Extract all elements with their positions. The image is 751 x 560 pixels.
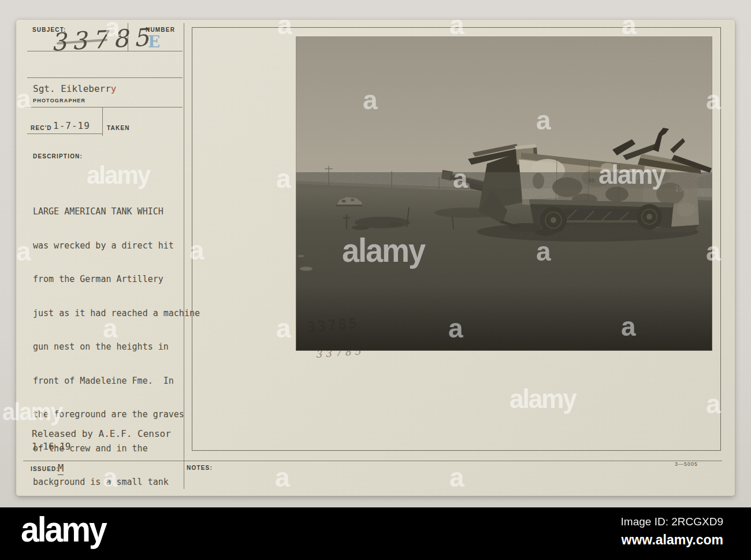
recd-taken-divider — [102, 107, 103, 136]
photographer-bottom-line — [27, 107, 183, 107]
alamy-url: www.alamy.com — [621, 532, 723, 548]
issued-label: ISSUED: — [31, 466, 59, 472]
alamy-footer-bar: alamy Image ID: 2RCGXD9 www.alamy.com — [0, 507, 751, 560]
description-line: gun nest on the heights in — [33, 342, 200, 353]
description-line: from the German Artillery — [33, 274, 200, 285]
number-stamp-blue: E — [148, 32, 160, 51]
description-line: the foreground are the graves — [33, 409, 200, 421]
taken-label: TAKEN — [107, 125, 130, 131]
alamy-logo: alamy — [21, 508, 106, 549]
photographer-name-last-letter: y — [111, 83, 117, 94]
recd-underline — [27, 133, 102, 134]
description-line: just as it had reached a machine — [33, 308, 200, 320]
photographer-label: PHOTOGRAPHER — [33, 98, 85, 103]
photo-caption-card: SUBJECT: 33785 NUMBER E Sgt. Eikleberry … — [16, 20, 735, 496]
photographer-top-line — [27, 77, 183, 78]
notes-label: NOTES: — [187, 465, 213, 471]
photographer-name: Sgt. Eikleberry — [33, 83, 117, 94]
description-line: background is a small tank — [33, 477, 200, 488]
recd-date: 1-7-19 — [53, 120, 90, 131]
image-id-text: Image ID: 2RCGXD9 — [621, 516, 723, 528]
description-label: DESCRIPTION: — [33, 153, 83, 160]
form-print-number: 3—5005 — [675, 461, 698, 467]
photograph-wrecked-tank: 99 15 — [296, 36, 712, 351]
description-line: LARGE AMERICAN TANK WHICH — [33, 206, 200, 218]
alamy-stock-photo-page: SUBJECT: 33785 NUMBER E Sgt. Eikleberry … — [0, 0, 751, 560]
released-line-2: 1-16-19 — [32, 441, 70, 452]
description-text: LARGE AMERICAN TANK WHICH was wrecked by… — [33, 184, 200, 560]
footer-info: Image ID: 2RCGXD9 www.alamy.com — [621, 516, 723, 548]
issued-value: M — [58, 462, 64, 475]
description-line: was wrecked by a direct hit — [33, 240, 200, 252]
recd-label: REC'D — [31, 125, 52, 131]
description-line: front of Madeleine Fme. In — [33, 376, 200, 387]
released-line-1: Released by A.E.F. Censor — [32, 428, 171, 439]
